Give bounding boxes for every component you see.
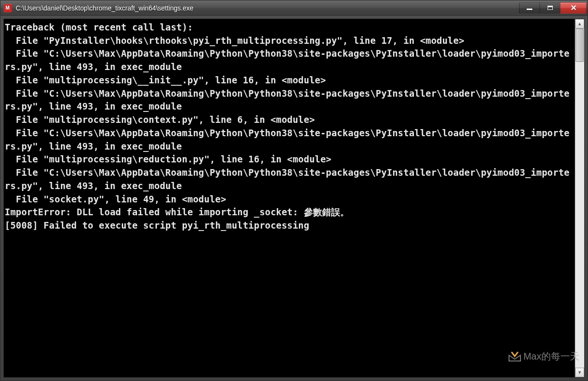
- chevron-down-icon: ▼: [578, 370, 582, 375]
- window-title: C:\Users\daniel\Desktop\chrome_tixcraft_…: [16, 4, 519, 12]
- window-controls: ✕: [519, 2, 587, 14]
- maximize-button[interactable]: [539, 2, 560, 14]
- client-frame: Traceback (most recent call last): File …: [0, 16, 588, 381]
- scrollbar-track[interactable]: [575, 29, 584, 368]
- scroll-down-button[interactable]: ▼: [575, 368, 584, 377]
- minimize-icon: [527, 9, 532, 10]
- chevron-up-icon: ▲: [578, 21, 582, 26]
- close-button[interactable]: ✕: [560, 2, 587, 14]
- minimize-button[interactable]: [519, 2, 540, 14]
- maximize-icon: [548, 6, 553, 10]
- scroll-up-button[interactable]: ▲: [575, 19, 584, 29]
- console-output[interactable]: Traceback (most recent call last): File …: [4, 19, 575, 377]
- scrollbar-thumb[interactable]: [576, 29, 584, 62]
- console-window: M C:\Users\daniel\Desktop\chrome_tixcraf…: [0, 0, 588, 381]
- console-wrap: Traceback (most recent call last): File …: [3, 19, 585, 378]
- app-icon: M: [3, 4, 12, 12]
- titlebar[interactable]: M C:\Users\daniel\Desktop\chrome_tixcraf…: [0, 0, 588, 16]
- vertical-scrollbar[interactable]: ▲ ▼: [575, 19, 584, 377]
- close-icon: ✕: [570, 4, 577, 12]
